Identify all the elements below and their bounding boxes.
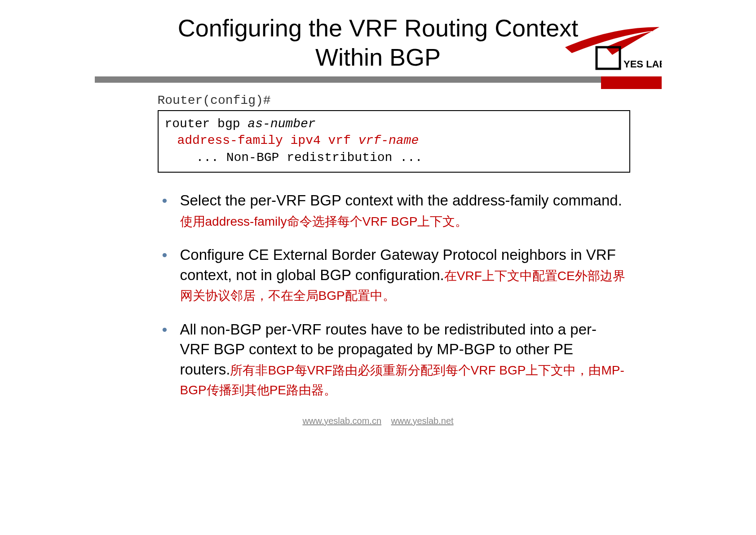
code-arg: vrf-name: [358, 134, 419, 147]
bullet-list: Select the per-VRF BGP context with the …: [162, 191, 626, 400]
title-line-2: Within BGP: [315, 44, 441, 71]
bullet-item: Configure CE External Border Gateway Pro…: [162, 245, 626, 305]
slide: Configuring the VRF Routing Context With…: [95, 0, 662, 426]
bullet-item: All non-BGP per-VRF routes have to be re…: [162, 320, 626, 400]
logo-text: YES LAB: [623, 58, 662, 70]
footer-link-2[interactable]: www.yeslab.net: [391, 416, 454, 426]
code-keyword: router bgp: [165, 117, 248, 131]
bullet-text-cn: 所有非BGP每VRF路由必须重新分配到每个VRF BGP上下文中，由MP-BGP…: [180, 363, 624, 397]
code-arg: as-number: [248, 117, 315, 131]
cli-prompt: Router(config)#: [158, 94, 662, 107]
bullet-text-en: Select the per-VRF BGP context with the: [180, 192, 453, 209]
code-text: ... Non-BGP redistribution ...: [165, 149, 423, 166]
footer-link-1[interactable]: www.yeslab.com.cn: [302, 416, 381, 426]
footer: www.yeslab.com.cn www.yeslab.net: [95, 416, 662, 426]
code-line-1: router bgp as-number: [165, 116, 623, 133]
code-line-2: address-family ipv4 vrf vrf-name: [165, 132, 623, 149]
code-line-3: ... Non-BGP redistribution ...: [165, 149, 623, 166]
title-line-1: Configuring the VRF Routing Context: [178, 14, 578, 41]
divider: [95, 76, 662, 85]
bullet-text-cn: 使用address-family命令选择每个VRF BGP上下文。: [180, 214, 468, 228]
divider-gray: [95, 76, 601, 83]
divider-red: [601, 76, 662, 89]
bullet-text-en: address-family command.: [452, 192, 622, 209]
yeslab-logo: YES LAB: [563, 22, 662, 72]
code-box: router bgp as-number address-family ipv4…: [158, 110, 630, 173]
code-keyword-red: address-family ipv4 vrf: [177, 134, 358, 147]
bullet-item: Select the per-VRF BGP context with the …: [162, 191, 626, 231]
